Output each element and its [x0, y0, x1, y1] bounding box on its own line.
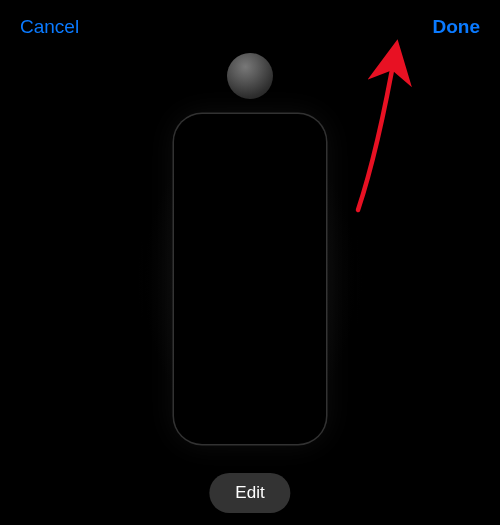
edit-button[interactable]: Edit: [209, 473, 290, 513]
phone-preview-frame[interactable]: [174, 114, 326, 444]
navigation-bar: Cancel Done: [0, 0, 500, 50]
assistive-touch-orb[interactable]: [227, 53, 273, 99]
lock-screen-preview-area: Edit: [150, 100, 350, 525]
done-button[interactable]: Done: [433, 16, 481, 38]
cancel-button[interactable]: Cancel: [20, 16, 79, 38]
